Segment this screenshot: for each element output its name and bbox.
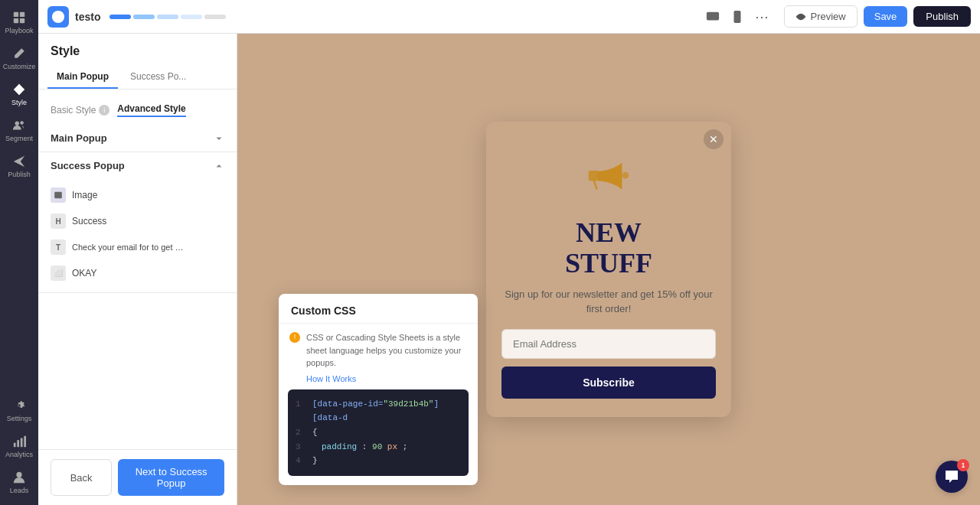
tab-main-popup[interactable]: Main Popup xyxy=(47,66,118,89)
desktop-icon xyxy=(706,10,720,24)
code-line-4: 4 } xyxy=(296,454,461,468)
layer-okay[interactable]: ⬜ OKAY xyxy=(44,260,230,286)
svg-rect-9 xyxy=(21,438,23,448)
grid-icon xyxy=(12,11,26,24)
svg-rect-19 xyxy=(589,171,599,181)
advanced-style-label[interactable]: Advanced Style xyxy=(117,103,185,117)
megaphone-svg xyxy=(582,149,635,203)
style-toggle: Basic Style i Advanced Style xyxy=(38,99,237,125)
topbar: testo ⋯ Previe xyxy=(38,0,980,34)
device-icons: ⋯ xyxy=(703,5,772,28)
sidebar-item-customize-label: Customize xyxy=(3,63,36,70)
side-panel: Style Main Popup Success Po... Basic Sty… xyxy=(38,34,237,505)
sidebar-item-segment-label: Segment xyxy=(5,135,33,142)
progress-bar xyxy=(109,15,226,19)
sidebar-item-playbook[interactable]: Playbook xyxy=(2,6,37,39)
svg-point-5 xyxy=(15,122,19,125)
mobile-view-button[interactable] xyxy=(727,7,747,27)
preview-button[interactable]: Preview xyxy=(784,5,857,28)
pen-icon xyxy=(12,47,26,60)
sidebar-item-publish-label: Publish xyxy=(8,171,31,178)
svg-rect-8 xyxy=(17,440,19,447)
svg-marker-4 xyxy=(14,84,24,95)
svg-point-16 xyxy=(799,15,802,18)
sidebar-item-analytics[interactable]: Analytics xyxy=(2,430,37,463)
sidebar-item-publish[interactable]: Publish xyxy=(2,150,37,183)
sidebar-item-settings[interactable]: Settings xyxy=(2,394,37,427)
layer-check-text[interactable]: T Check your email for to get 15% off. xyxy=(44,234,230,260)
chevron-down-icon xyxy=(214,133,224,144)
info-warning-icon: ! xyxy=(289,332,300,343)
sidebar-item-style-label: Style xyxy=(11,99,27,106)
panel-title: Style xyxy=(38,34,237,66)
sidebar-item-analytics-label: Analytics xyxy=(5,451,33,458)
css-code-editor[interactable]: 1 [data-page-id="39d21b4b"][data-d 2 { 3… xyxy=(288,389,469,476)
chevron-up-icon xyxy=(214,161,224,171)
svg-point-15 xyxy=(737,20,739,21)
image-icon xyxy=(54,191,63,200)
info-icon: i xyxy=(99,105,109,116)
sidebar-item-leads[interactable]: Leads xyxy=(2,466,37,499)
svg-point-6 xyxy=(20,121,24,125)
content-area: Style Main Popup Success Po... Basic Sty… xyxy=(38,34,980,505)
panel-bottom-buttons: Back Next to Success Popup xyxy=(38,449,237,505)
chart-icon xyxy=(12,435,26,448)
subscribe-button[interactable]: Subscribe xyxy=(501,367,716,399)
code-line-3: 3 padding : 90 px ; xyxy=(296,440,461,454)
sidebar-item-segment[interactable]: Segment xyxy=(2,114,37,147)
progress-dot-3 xyxy=(157,15,178,19)
tab-success-popup[interactable]: Success Po... xyxy=(121,66,195,89)
more-options-button[interactable]: ⋯ xyxy=(752,5,772,28)
sidebar-item-playbook-label: Playbook xyxy=(5,27,33,34)
publish-button[interactable]: Publish xyxy=(913,6,971,27)
h-layer-icon: H xyxy=(51,213,66,229)
progress-dot-1 xyxy=(109,15,131,19)
diamond-icon xyxy=(12,83,26,96)
svg-rect-0 xyxy=(14,12,18,17)
popup-icon-area xyxy=(486,122,731,218)
project-title: testo xyxy=(75,11,100,23)
email-input[interactable] xyxy=(501,329,716,359)
how-it-works-link[interactable]: How It Works xyxy=(279,374,478,389)
svg-rect-2 xyxy=(14,18,18,23)
code-line-2: 2 { xyxy=(296,425,461,440)
preview-area: ✕ NEW STUFF Sign up for our xyxy=(237,34,980,505)
sidebar-item-settings-label: Settings xyxy=(7,415,32,422)
chat-icon xyxy=(944,469,959,484)
svg-rect-13 xyxy=(707,11,719,20)
eye-icon xyxy=(795,11,806,22)
sidebar: Playbook Customize Style Segment Publish… xyxy=(0,0,38,505)
success-popup-section-header[interactable]: Success Popup xyxy=(38,152,237,179)
popup-preview: ✕ NEW STUFF Sign up for our xyxy=(486,122,731,416)
mobile-icon xyxy=(730,10,744,24)
sidebar-item-customize[interactable]: Customize xyxy=(2,42,37,75)
success-popup-section: Success Popup Image xyxy=(38,152,237,293)
next-button[interactable]: Next to Success Popup xyxy=(118,459,224,496)
desktop-view-button[interactable] xyxy=(703,7,723,27)
svg-rect-7 xyxy=(14,443,16,447)
progress-dot-5 xyxy=(204,15,226,19)
chat-bubble[interactable]: 1 xyxy=(936,461,968,493)
layer-list: Image H Success T Check your email for t… xyxy=(38,179,237,292)
save-button[interactable]: Save xyxy=(864,6,908,27)
layer-image[interactable]: Image xyxy=(44,182,230,208)
layer-success[interactable]: H Success xyxy=(44,208,230,234)
progress-dot-2 xyxy=(133,15,155,19)
person-icon xyxy=(12,471,26,484)
main-popup-section-header[interactable]: Main Popup xyxy=(38,125,237,152)
sidebar-item-style[interactable]: Style xyxy=(2,78,37,111)
users-icon xyxy=(12,119,26,132)
progress-dot-4 xyxy=(181,15,202,19)
basic-style-label[interactable]: Basic Style i xyxy=(51,105,109,116)
back-button[interactable]: Back xyxy=(51,459,112,496)
svg-rect-1 xyxy=(20,12,24,17)
popup-tabs: Main Popup Success Po... xyxy=(38,66,237,90)
svg-point-11 xyxy=(16,472,21,477)
btn-layer-icon: ⬜ xyxy=(51,266,66,281)
dialog-title: Custom CSS xyxy=(279,294,478,324)
popup-heading: NEW STUFF xyxy=(486,218,731,286)
logo-icon xyxy=(51,10,65,24)
app-logo xyxy=(47,6,69,28)
svg-rect-10 xyxy=(24,436,26,447)
svg-point-12 xyxy=(52,10,64,22)
